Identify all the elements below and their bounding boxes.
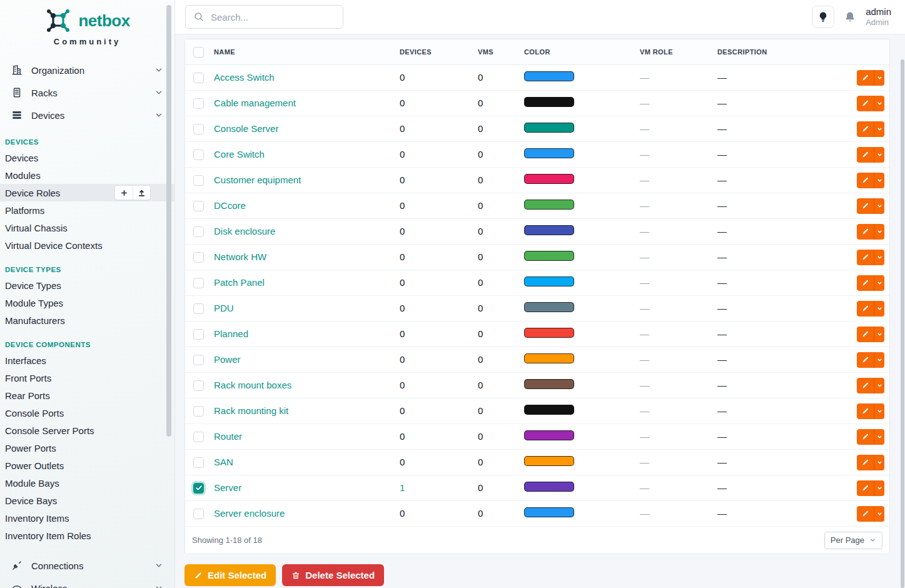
row-edit-dropdown[interactable] (874, 224, 884, 240)
row-checkbox[interactable] (193, 483, 204, 494)
row-edit-dropdown[interactable] (874, 480, 884, 496)
row-edit-dropdown[interactable] (874, 147, 884, 163)
sidebar-item-organization[interactable]: Organization (6, 59, 168, 81)
device-role-link[interactable]: Cable management (214, 98, 296, 108)
user-menu[interactable]: admin Admin (866, 6, 891, 28)
row-edit-dropdown[interactable] (874, 352, 884, 368)
device-role-link[interactable]: Planned (214, 328, 248, 339)
device-role-link[interactable]: Patch Panel (214, 277, 265, 288)
delete-selected-button[interactable]: Delete Selected (282, 564, 384, 586)
row-checkbox[interactable] (193, 73, 204, 83)
row-checkbox[interactable] (193, 457, 204, 468)
row-edit-button[interactable] (857, 96, 874, 111)
sidebar-item-device-roles[interactable]: Device Roles (0, 184, 174, 201)
row-checkbox[interactable] (193, 98, 204, 109)
sidebar-item-virtual-device-contexts[interactable]: Virtual Device Contexts (0, 236, 174, 254)
notifications-button[interactable] (844, 11, 856, 23)
row-edit-dropdown[interactable] (874, 378, 884, 393)
row-edit-dropdown[interactable] (874, 301, 884, 317)
sidebar-item-interfaces[interactable]: Interfaces (0, 352, 174, 369)
row-edit-dropdown[interactable] (874, 198, 884, 214)
search-input[interactable] (211, 12, 335, 23)
row-checkbox[interactable] (193, 406, 204, 417)
sidebar-item-device-types[interactable]: Device Types (0, 276, 174, 294)
row-checkbox[interactable] (193, 355, 204, 365)
devices-count-link[interactable]: 1 (400, 482, 405, 493)
device-role-link[interactable]: Core Switch (214, 149, 265, 160)
row-checkbox[interactable] (193, 329, 204, 340)
per-page-select[interactable]: Per Page (824, 532, 882, 549)
row-edit-dropdown[interactable] (874, 506, 884, 522)
row-edit-button[interactable] (857, 147, 874, 163)
sidebar-item-devices[interactable]: Devices (6, 104, 168, 126)
sidebar-item-console-ports[interactable]: Console Ports (0, 404, 174, 422)
row-checkbox[interactable] (193, 380, 204, 391)
row-checkbox[interactable] (193, 124, 204, 134)
device-role-link[interactable]: DCcore (214, 200, 246, 211)
edit-selected-button[interactable]: Edit Selected (185, 564, 276, 586)
device-role-link[interactable]: SAN (214, 457, 233, 467)
sidebar-item-module-bays[interactable]: Module Bays (0, 474, 174, 492)
row-edit-dropdown[interactable] (874, 173, 884, 188)
device-role-link[interactable]: Customer equipment (214, 175, 301, 185)
row-checkbox[interactable] (193, 252, 204, 263)
row-checkbox[interactable] (193, 432, 204, 442)
sidebar-item-modules[interactable]: Modules (0, 166, 174, 184)
row-edit-button[interactable] (857, 378, 874, 393)
row-edit-dropdown[interactable] (874, 429, 884, 445)
device-role-link[interactable]: Network HW (214, 251, 266, 262)
device-role-link[interactable]: PDU (214, 303, 234, 313)
row-edit-dropdown[interactable] (874, 327, 884, 342)
row-checkbox[interactable] (193, 226, 204, 237)
sidebar-item-platforms[interactable]: Platforms (0, 201, 174, 219)
sidebar-item-power-ports[interactable]: Power Ports (0, 439, 174, 457)
row-edit-button[interactable] (857, 455, 874, 470)
row-edit-button[interactable] (857, 121, 874, 137)
sidebar-item-console-server-ports[interactable]: Console Server Ports (0, 422, 174, 439)
row-edit-button[interactable] (857, 250, 874, 265)
row-checkbox[interactable] (193, 303, 204, 314)
row-edit-dropdown[interactable] (874, 121, 884, 137)
import-button[interactable] (133, 186, 150, 200)
row-edit-button[interactable] (857, 429, 874, 445)
row-edit-dropdown[interactable] (874, 70, 884, 86)
row-edit-button[interactable] (857, 480, 874, 496)
row-edit-button[interactable] (857, 506, 874, 522)
device-role-link[interactable]: Power (214, 354, 241, 365)
sidebar-item-module-types[interactable]: Module Types (0, 294, 174, 312)
sidebar-item-devices[interactable]: Devices (0, 149, 174, 166)
row-edit-button[interactable] (857, 301, 874, 317)
row-edit-button[interactable] (857, 198, 874, 214)
sidebar-item-power-outlets[interactable]: Power Outlets (0, 457, 174, 474)
row-edit-dropdown[interactable] (874, 275, 884, 291)
sidebar-item-front-ports[interactable]: Front Ports (0, 369, 174, 387)
device-role-link[interactable]: Access Switch (214, 72, 275, 83)
sidebar-item-connections[interactable]: Connections (6, 554, 168, 577)
page-scrollbar[interactable] (901, 59, 904, 588)
row-checkbox[interactable] (193, 278, 204, 288)
add-button[interactable] (115, 186, 133, 200)
sidebar-item-rear-ports[interactable]: Rear Ports (0, 387, 174, 404)
row-checkbox[interactable] (193, 175, 204, 186)
device-role-link[interactable]: Disk enclosure (214, 226, 275, 236)
row-checkbox[interactable] (193, 150, 204, 160)
sidebar-item-inventory-items[interactable]: Inventory Items (0, 509, 174, 527)
device-role-link[interactable]: Rack mounting kit (214, 405, 288, 416)
row-edit-button[interactable] (857, 70, 874, 86)
row-checkbox[interactable] (193, 509, 204, 519)
row-edit-button[interactable] (857, 275, 874, 291)
device-role-link[interactable]: Rack mount boxes (214, 380, 291, 390)
sidebar-item-wireless[interactable]: Wireless (6, 577, 168, 588)
row-edit-dropdown[interactable] (874, 403, 884, 419)
theme-toggle-button[interactable] (812, 6, 834, 28)
device-role-link[interactable]: Server enclosure (214, 508, 285, 519)
row-edit-button[interactable] (857, 224, 874, 240)
sidebar-item-manufacturers[interactable]: Manufacturers (0, 312, 174, 329)
row-edit-button[interactable] (857, 327, 874, 342)
device-role-link[interactable]: Server (214, 482, 241, 493)
device-role-link[interactable]: Console Server (214, 123, 278, 134)
row-edit-dropdown[interactable] (874, 96, 884, 111)
row-edit-dropdown[interactable] (874, 250, 884, 265)
sidebar-item-racks[interactable]: Racks (6, 81, 168, 104)
row-edit-dropdown[interactable] (874, 455, 884, 470)
